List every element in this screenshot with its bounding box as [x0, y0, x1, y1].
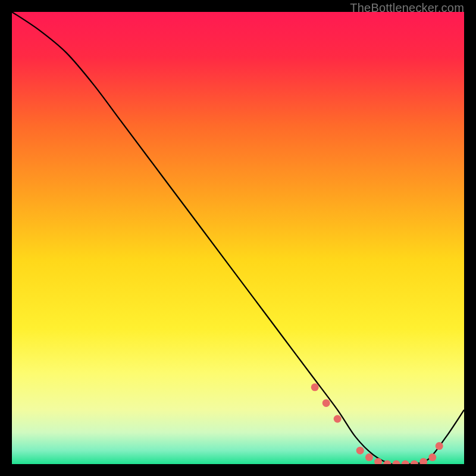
curve-marker	[436, 442, 443, 450]
chart-svg	[12, 12, 464, 464]
chart-plot-area	[12, 12, 464, 464]
curve-marker	[322, 399, 330, 407]
curve-marker	[334, 415, 342, 423]
curve-marker	[428, 453, 436, 461]
curve-marker	[311, 383, 319, 391]
curve-marker	[356, 447, 364, 455]
gradient-background	[12, 12, 464, 464]
curve-marker	[365, 453, 373, 461]
chart-frame: TheBottlenecker.com	[0, 0, 476, 476]
